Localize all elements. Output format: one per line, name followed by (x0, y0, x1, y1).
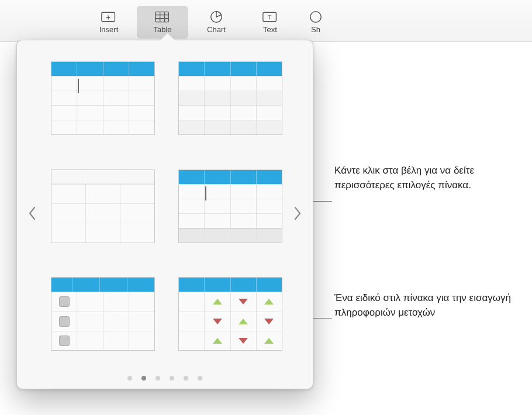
nav-next-button[interactable] (286, 197, 309, 232)
toolbar-shape-label: Sh (311, 25, 320, 34)
table-styles-popover (16, 40, 313, 389)
svg-text:T: T (268, 14, 272, 20)
table-style-header-banded[interactable] (178, 61, 282, 140)
triangle-up-icon (264, 338, 274, 344)
toolbar-chart-button[interactable]: Chart (191, 6, 242, 39)
page-dot-3[interactable] (156, 376, 160, 381)
page-dot-2[interactable] (141, 376, 146, 381)
table-style-checkbox[interactable] (51, 277, 155, 356)
toolbar-text-button[interactable]: T Text (244, 6, 296, 39)
triangle-down-icon (239, 338, 248, 344)
svg-point-11 (310, 12, 321, 22)
insert-icon (101, 11, 117, 23)
page-dot-6[interactable] (198, 376, 202, 381)
checkbox-icon (59, 296, 70, 307)
toolbar-text-label: Text (263, 25, 277, 34)
checkbox-icon (59, 336, 70, 346)
callout-stocks-text: Ένα ειδικό στιλ πίνακα για την εισαγωγή … (334, 291, 527, 320)
chart-icon (208, 11, 224, 23)
chevron-left-icon (27, 205, 37, 224)
svg-rect-3 (156, 12, 169, 22)
table-style-plain[interactable] (51, 170, 155, 248)
text-cursor-icon (205, 186, 206, 200)
shape-icon (308, 11, 324, 23)
triangle-up-icon (213, 338, 222, 344)
toolbar: Insert Table Chart T Text Sh (0, 0, 532, 42)
text-cursor-icon (78, 79, 79, 93)
callout-arrows-text: Κάντε κλικ στα βέλη για να δείτε περισσό… (334, 164, 516, 192)
table-styles-grid (17, 57, 313, 361)
table-style-header-footer[interactable] (178, 170, 282, 248)
chevron-right-icon (293, 205, 302, 224)
page-dot-4[interactable] (170, 376, 174, 381)
triangle-up-icon (264, 299, 274, 305)
page-dots (127, 376, 202, 381)
triangle-down-icon (213, 319, 222, 324)
toolbar-chart-label: Chart (207, 25, 226, 34)
triangle-down-icon (264, 319, 274, 324)
page-dot-5[interactable] (184, 376, 188, 381)
checkbox-icon (59, 316, 70, 327)
toolbar-insert-label: Insert (99, 25, 119, 34)
table-icon (154, 11, 171, 23)
text-icon: T (262, 11, 278, 23)
table-style-header-simple[interactable] (51, 61, 155, 140)
triangle-down-icon (239, 299, 248, 305)
nav-prev-button[interactable] (20, 197, 44, 232)
triangle-up-icon (213, 299, 222, 305)
toolbar-table-button[interactable]: Table (137, 6, 188, 39)
page-dot-1[interactable] (127, 376, 132, 381)
toolbar-insert-button[interactable]: Insert (83, 6, 134, 39)
triangle-up-icon (239, 319, 248, 324)
table-style-stocks[interactable] (178, 277, 282, 356)
toolbar-table-label: Table (153, 25, 171, 34)
toolbar-shape-button[interactable]: Sh (298, 6, 333, 39)
